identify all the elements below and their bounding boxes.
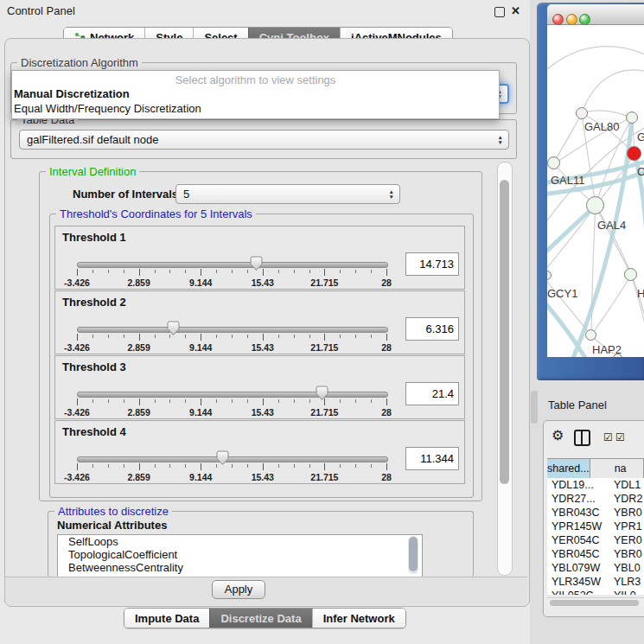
- numerical-attributes-list[interactable]: SelfLoops TopologicalCoefficient Between…: [57, 534, 423, 577]
- node-hap2[interactable]: [585, 329, 596, 341]
- threshold-4-slider[interactable]: -3.4262.8599.14415.4321.71528: [77, 454, 386, 483]
- dropdown-item-manual-discretization[interactable]: Manual Discretization: [14, 87, 130, 100]
- minimize-traffic-light[interactable]: [566, 14, 577, 25]
- dropdown-placeholder: Select algorithm to view settings: [12, 73, 499, 86]
- threshold-2-value-field[interactable]: [405, 317, 459, 341]
- table-row[interactable]: YPR145WYPR1: [547, 520, 644, 533]
- table-row[interactable]: YER054CYER0: [547, 533, 644, 547]
- network-canvas[interactable]: GAL80 G C GAL11 GAL4 GCY1 H HAP2: [547, 25, 644, 357]
- threshold-2-label: Threshold 2: [62, 296, 126, 309]
- slider-tick-labels: -3.4262.8599.14415.4321.71528: [77, 277, 386, 288]
- table-row[interactable]: YBL079WYBL0: [547, 561, 644, 575]
- zoom-traffic-light[interactable]: [579, 14, 590, 25]
- slider-track[interactable]: [77, 392, 388, 398]
- num-intervals-combobox[interactable]: 5 ▲▼: [175, 184, 400, 204]
- node-h[interactable]: [624, 268, 637, 281]
- numerical-attributes-label: Numerical Attributes: [57, 519, 167, 532]
- slider-ticks: [77, 463, 386, 471]
- threshold-1-label: Threshold 1: [62, 231, 126, 244]
- num-intervals-value: 5: [183, 188, 189, 201]
- node-gal11[interactable]: [547, 156, 560, 169]
- node-label-gal4: GAL4: [597, 219, 626, 232]
- screen: Control Panel ✕ Network Style Select Cyn…: [0, 0, 644, 644]
- checkbox-icon[interactable]: ☑: [603, 431, 613, 443]
- checkbox-icon[interactable]: ☑: [615, 431, 625, 443]
- node-red-selected[interactable]: [627, 146, 641, 161]
- node-label-gal11: GAL11: [551, 174, 585, 187]
- tab-infer-network[interactable]: Infer Network: [312, 609, 405, 628]
- close-traffic-light[interactable]: [552, 14, 564, 25]
- threshold-4-label: Threshold 4: [62, 425, 126, 438]
- tab-impute-data[interactable]: Impute Data: [124, 609, 209, 628]
- slider-track[interactable]: [77, 327, 388, 333]
- slider-ticks: [77, 269, 386, 277]
- table-horizontal-scrollbar-thumb[interactable]: [550, 600, 639, 606]
- interval-definition-title: Interval Definition: [46, 165, 139, 178]
- list-scrollbar-thumb[interactable]: [409, 537, 418, 571]
- table-panel-title: Table Panel: [548, 399, 607, 411]
- network-edges: [547, 25, 644, 357]
- table-row[interactable]: YIL052CYIL0: [547, 589, 644, 595]
- node-top-right[interactable]: [626, 112, 638, 124]
- table-row[interactable]: YBR045CYBR0: [547, 547, 644, 561]
- panel-scrollbar-thumb[interactable]: [500, 180, 509, 484]
- table-row[interactable]: YDL19...YDL1: [547, 478, 644, 492]
- panel-bottom-strip: [5, 577, 527, 605]
- panel-title: Control Panel: [7, 4, 75, 17]
- threshold-3-slider[interactable]: -3.4262.8599.14415.4321.71528: [77, 389, 386, 418]
- threshold-1-panel: Threshold 1 -3.4262.8599.14415.4321.7152…: [54, 226, 465, 290]
- table-row[interactable]: YDR27...YDR2: [547, 492, 644, 506]
- threshold-2-slider[interactable]: -3.4262.8599.14415.4321.71528: [77, 324, 386, 354]
- threshold-3-panel: Threshold 3 -3.4262.8599.14415.4321.7152…: [54, 355, 465, 419]
- close-icon[interactable]: ✕: [511, 4, 520, 17]
- table-data-combobox[interactable]: galFiltered.sif default node ▲▼: [19, 130, 509, 150]
- splitter-handle[interactable]: [531, 391, 538, 424]
- apply-button[interactable]: Apply: [212, 580, 265, 599]
- table-data-group: Table Data galFiltered.sif default node …: [10, 119, 517, 159]
- node-gal80[interactable]: [576, 107, 588, 119]
- list-item[interactable]: TopologicalCoefficient: [58, 548, 422, 561]
- node-gal4[interactable]: [586, 196, 604, 214]
- node-label-h: H: [637, 287, 644, 300]
- attributes-group-title: Attributes to discretize: [54, 505, 172, 518]
- thresholds-group-title: Threshold's Coordinates for 5 Intervals: [56, 207, 256, 220]
- list-item[interactable]: BetweennessCentrality: [58, 561, 422, 574]
- table-body[interactable]: YDL19...YDL1 YDR27...YDR2 YBR043CYBR0 YP…: [547, 478, 644, 595]
- table-row[interactable]: YBR043CYBR0: [547, 506, 644, 520]
- table-header-row: shared... na: [547, 458, 644, 479]
- threshold-1-value-field[interactable]: [405, 252, 459, 276]
- algorithm-dropdown-popup: Select algorithm to view settings Manual…: [11, 70, 500, 119]
- network-window-titlebar[interactable]: [547, 4, 644, 25]
- list-scrollbar[interactable]: [408, 536, 418, 574]
- gear-icon[interactable]: ⚙: [552, 427, 564, 443]
- table-row[interactable]: YLR345WYLR3: [547, 575, 644, 589]
- column-header-name[interactable]: na: [590, 459, 644, 478]
- list-item[interactable]: SelfLoops: [58, 535, 422, 548]
- threshold-4-panel: Threshold 4 -3.4262.8599.14415.4321.7152…: [54, 420, 465, 484]
- table-horizontal-scrollbar[interactable]: [547, 597, 644, 607]
- node-label-gcy1: GCY1: [547, 287, 577, 300]
- node-label-c: C: [637, 165, 644, 178]
- slider-tick-labels: -3.4262.8599.14415.4321.71528: [77, 342, 386, 353]
- slider-ticks: [77, 334, 386, 341]
- threshold-3-value-field[interactable]: [405, 382, 459, 405]
- panel-scrollbar[interactable]: [497, 162, 513, 576]
- slider-track[interactable]: [77, 262, 388, 268]
- slider-tick-labels: -3.4262.8599.14415.4321.71528: [77, 407, 386, 418]
- table-data-value: galFiltered.sif default node: [27, 133, 158, 146]
- dropdown-item-equal-width-frequency[interactable]: Equal Width/Frequency Discretization: [14, 102, 201, 115]
- bottom-tab-bar: Impute Data Discretize Data Infer Networ…: [124, 608, 406, 628]
- discretization-algorithm-title: Discretization Algorithm: [17, 56, 142, 69]
- slider-ticks: [77, 399, 386, 406]
- threshold-4-value-field[interactable]: [405, 447, 459, 470]
- tab-discretize-data[interactable]: Discretize Data: [209, 609, 311, 628]
- float-window-icon[interactable]: [494, 7, 505, 17]
- combo-stepper-icon: ▲▼: [498, 131, 503, 149]
- threshold-2-panel: Threshold 2 -3.4262.8599.14415.4321.7152…: [54, 290, 465, 354]
- threshold-1-slider[interactable]: -3.4262.8599.14415.4321.71528: [77, 259, 386, 289]
- split-column-icon[interactable]: [574, 430, 590, 446]
- slider-track[interactable]: [77, 456, 388, 462]
- node-label-hap2: HAP2: [592, 343, 622, 356]
- column-header-shared-name[interactable]: shared...: [547, 459, 590, 478]
- node-label-gal80: GAL80: [584, 120, 619, 133]
